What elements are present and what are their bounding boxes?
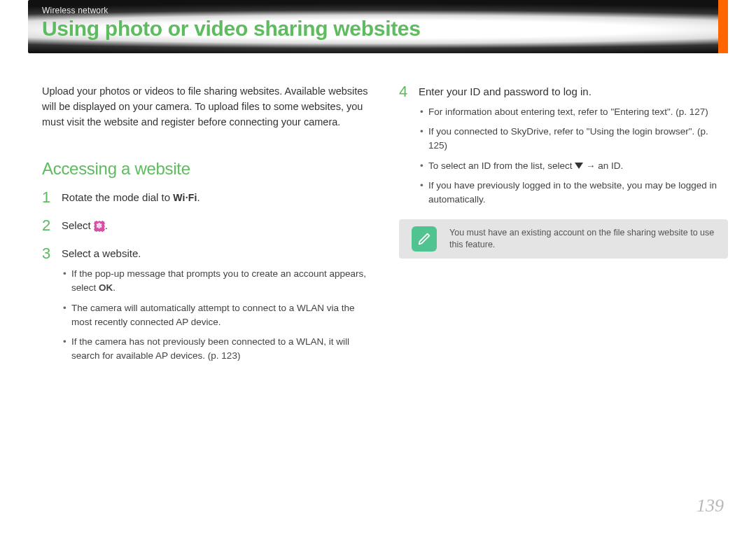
step-2: 2 Select . <box>42 218 371 233</box>
step-number: 1 <box>42 190 53 205</box>
step-3: 3 Select a website. If the pop-up messag… <box>42 246 371 363</box>
step-1: 1 Rotate the mode dial to Wi·Fi. <box>42 190 371 205</box>
sub-text: → an ID. <box>583 160 623 171</box>
intro-text: Upload your photos or videos to file sha… <box>42 84 371 130</box>
step-number: 4 <box>399 84 410 207</box>
note-box: You must have an existing account on the… <box>399 219 728 259</box>
note-text: You must have an existing account on the… <box>449 227 715 252</box>
step-number: 2 <box>42 218 53 233</box>
wifi-icon: Wi·Fi <box>173 191 197 205</box>
share-icon <box>94 221 105 232</box>
header-banner: Wireless network Using photo or video sh… <box>28 0 728 53</box>
sub-text: . <box>113 282 115 293</box>
left-column: Upload your photos or videos to file sha… <box>42 84 371 376</box>
step-sub: If you have previously logged in to the … <box>428 179 728 207</box>
sub-text: If the pop-up message that prompts you t… <box>71 268 366 293</box>
content-area: Upload your photos or videos to file sha… <box>42 84 728 376</box>
section-heading: Accessing a website <box>42 159 371 179</box>
step-sub: If the pop-up message that prompts you t… <box>71 267 371 296</box>
down-triangle-icon <box>575 163 583 169</box>
breadcrumb: Wireless network <box>42 6 421 15</box>
step-text: Select . <box>62 218 371 233</box>
sub-text: To select an ID from the list, select <box>428 160 575 171</box>
step-sub: If you connected to SkyDrive, refer to "… <box>428 125 728 153</box>
step-text-pre: Select <box>62 219 94 231</box>
page-number: 139 <box>696 495 724 516</box>
step-text: Rotate the mode dial to Wi·Fi. <box>62 190 371 205</box>
step-text: Select a website. <box>62 246 371 261</box>
pen-note-icon <box>412 226 437 252</box>
step-text-pre: Rotate the mode dial to <box>62 191 173 203</box>
step-sub: To select an ID from the list, select → … <box>428 159 728 173</box>
sub-text-bold: OK <box>99 282 113 293</box>
step-4: 4 Enter your ID and password to log in. … <box>399 84 728 207</box>
page-title: Using photo or video sharing websites <box>42 17 421 40</box>
step-text-post: . <box>105 219 108 231</box>
step-text-post: . <box>197 191 200 203</box>
right-column: 4 Enter your ID and password to log in. … <box>399 84 728 376</box>
step-text: Enter your ID and password to log in. <box>419 84 728 99</box>
step-sub: If the camera has not previously been co… <box>71 335 371 364</box>
step-number: 3 <box>42 246 53 363</box>
step-sub: For information about entering text, ref… <box>428 105 728 119</box>
step-sub: The camera will automatically attempt to… <box>71 301 371 330</box>
